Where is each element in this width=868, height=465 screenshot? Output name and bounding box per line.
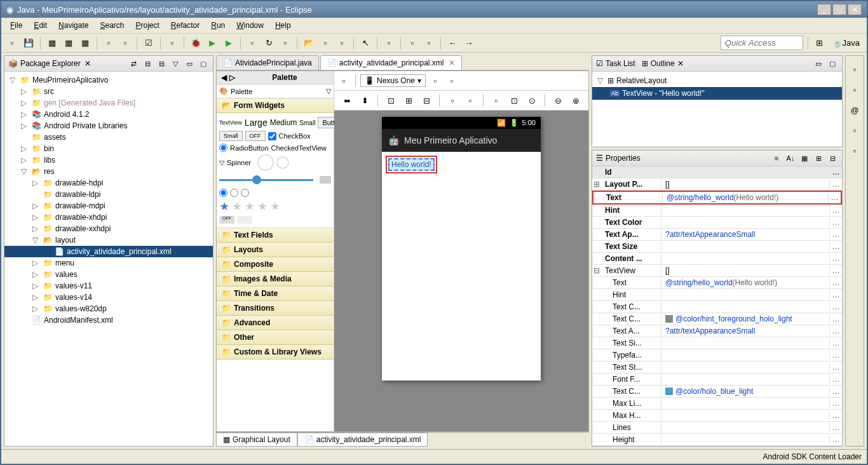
tree-item[interactable]: ▷📁gen [Generated Java Files] [4, 97, 213, 109]
tree-item[interactable]: ▷📁bin [4, 143, 213, 154]
menu-search[interactable]: Search [95, 19, 129, 32]
tool-icon[interactable]: ⊡ [384, 93, 398, 107]
widget-checkbox-icon[interactable] [268, 132, 276, 140]
tool-icon[interactable]: ▫ [165, 36, 179, 50]
widget-textview[interactable]: TextView [219, 119, 242, 126]
more-icon[interactable]: … [829, 218, 842, 227]
menu-navigate[interactable]: Navigate [53, 19, 93, 32]
prop-row[interactable]: Text@string/hello_world (Hello world!)… [592, 277, 842, 289]
tree-item[interactable]: ▷📚Android 4.1.2 [4, 109, 213, 120]
tree-item[interactable]: ▷📁src [4, 86, 213, 97]
widget-toggle[interactable]: OFF [245, 131, 266, 141]
widget-smallbtn[interactable]: Small [219, 131, 243, 141]
zoom-actual-icon[interactable]: ⊙ [525, 93, 539, 107]
menu-refactor[interactable]: Refactor [166, 19, 205, 32]
align-icon[interactable]: ⬍ [358, 93, 372, 107]
tree-item[interactable]: 📁drawable-ldpi [4, 189, 213, 200]
save-button[interactable]: 💾 [22, 36, 36, 50]
refresh-icon[interactable]: ↻ [262, 36, 276, 50]
widget-switch2[interactable] [237, 216, 252, 224]
tool-icon[interactable]: ▫ [118, 36, 132, 50]
tool-icon[interactable]: ▫ [278, 36, 292, 50]
perspective-icon[interactable]: ⊞ [813, 36, 827, 50]
prop-row[interactable]: Hint… [592, 289, 842, 301]
widget-switch[interactable]: OFF [219, 216, 234, 224]
section-custom[interactable]: 📁Custom & Library Views [217, 345, 334, 360]
editor-tab[interactable]: 📄activity_atividade_principal.xml✕ [320, 55, 463, 70]
menu-run[interactable]: Run [206, 19, 230, 32]
more-icon[interactable]: … [829, 266, 842, 275]
close-icon[interactable]: ✕ [85, 59, 91, 68]
tree-item[interactable]: ▷📁drawable-xhdpi [4, 212, 213, 223]
widget-checkbox[interactable]: CheckBox [279, 132, 311, 140]
tool-icon[interactable]: ⊟ [419, 93, 433, 107]
filter-icon[interactable]: ⊟ [156, 58, 167, 69]
prop-row[interactable]: Text Color… [592, 217, 842, 229]
more-icon[interactable]: … [829, 339, 842, 347]
new-button[interactable]: ▫ [5, 36, 19, 50]
section-textfields[interactable]: 📁Text Fields [217, 228, 334, 243]
zoom-out-icon[interactable]: ⊖ [551, 93, 565, 107]
widget-spinner[interactable]: Spinner [227, 159, 251, 166]
prop-row[interactable]: Text C...… [592, 301, 842, 313]
tree-item[interactable]: ▷📁values-v11 [4, 280, 213, 292]
more-icon[interactable]: … [829, 180, 842, 189]
prop-row[interactable]: ⊞Layout P...[]… [592, 179, 842, 191]
tree-item[interactable]: ▷📁drawable-mdpi [4, 200, 213, 212]
tree-item[interactable]: ▷📁values-v14 [4, 292, 213, 303]
prop-row[interactable]: Max H...… [592, 410, 842, 422]
prop-row[interactable]: Typefa...… [592, 349, 842, 361]
run-ext-button[interactable]: ▶ [222, 36, 236, 50]
config-icon[interactable]: ▫ [337, 74, 351, 88]
prop-row[interactable]: Lines… [592, 422, 842, 434]
prop-row[interactable]: Text Si...… [592, 337, 842, 349]
tree-item[interactable]: 📁assets [4, 131, 213, 143]
add-icon[interactable]: ⊞ [813, 152, 824, 164]
debug-button[interactable]: 🐞 [189, 36, 203, 50]
menu-file[interactable]: File [5, 19, 27, 32]
more-icon[interactable]: … [829, 242, 842, 251]
prop-row[interactable]: Text C...@color/holo_blue_light… [592, 386, 842, 398]
widget-small[interactable]: Small [299, 119, 315, 126]
more-icon[interactable]: … [829, 278, 842, 287]
outline-textview[interactable]: Ab TextView - "Hello world!" [592, 87, 842, 100]
remove-icon[interactable]: ⊟ [827, 152, 838, 164]
tool-icon[interactable]: ▫ [848, 62, 862, 76]
section-layouts[interactable]: 📁Layouts [217, 243, 334, 257]
widget-progress-small[interactable] [276, 156, 289, 169]
tool-icon[interactable]: ▫ [489, 93, 503, 107]
back-button[interactable]: ← [445, 36, 459, 50]
orientation-icon[interactable]: ▫ [428, 74, 442, 88]
section-composite[interactable]: 📁Composite [217, 257, 334, 272]
more-icon[interactable]: … [829, 290, 842, 299]
tree-item[interactable]: ▷📁drawable-xxhdpi [4, 223, 213, 234]
prop-row[interactable]: Text Ap...?attr/textAppearanceSmall… [592, 229, 842, 241]
prop-row[interactable]: Height… [592, 434, 842, 446]
tree-item[interactable]: 📄AndroidManifest.xml [4, 314, 213, 326]
widget-radio-icon[interactable] [219, 144, 227, 152]
tab-outline[interactable]: Outline [651, 59, 675, 68]
prop-row[interactable]: Text A...?attr/textAppearanceSmall… [592, 325, 842, 337]
radio-icon[interactable] [230, 189, 238, 197]
more-icon[interactable]: … [829, 168, 842, 177]
theme-icon[interactable]: ▫ [445, 74, 459, 88]
widget-progress[interactable] [257, 154, 274, 171]
widget-medium[interactable]: Medium [270, 118, 297, 127]
sort-icon[interactable]: A↓ [785, 152, 796, 164]
more-icon[interactable]: … [828, 193, 841, 202]
star-icon[interactable]: ★ [219, 199, 229, 213]
prop-row[interactable]: Text C...@color/hint_foreground_holo_lig… [592, 313, 842, 325]
run-button[interactable]: ▶ [205, 36, 219, 50]
tree-item[interactable]: ▷📁menu [4, 257, 213, 269]
menu-window[interactable]: Window [231, 19, 269, 32]
align-icon[interactable]: ⬌ [340, 93, 354, 107]
more-icon[interactable]: … [829, 351, 842, 360]
section-images[interactable]: 📁Images & Media [217, 272, 334, 286]
tree-item[interactable]: ▽📂res [4, 166, 213, 177]
dropdown-icon[interactable]: ▽ [219, 159, 224, 167]
prop-row[interactable]: Text@string/hello_world (Hello world!)… [592, 191, 842, 205]
zoom-fit-icon[interactable]: ⊡ [507, 93, 521, 107]
star-icon[interactable]: ★ [270, 199, 280, 213]
more-icon[interactable]: … [829, 423, 842, 432]
tool-icon[interactable]: ▦ [799, 152, 810, 164]
